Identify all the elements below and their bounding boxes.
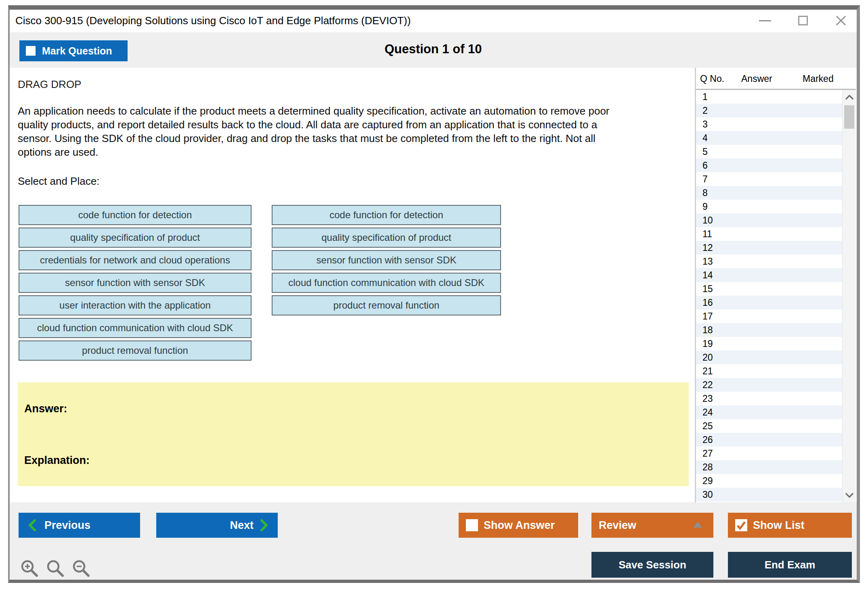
chevron-down-icon <box>845 493 854 498</box>
drag-option[interactable]: code function for detection <box>19 205 252 225</box>
question-list-row[interactable]: 21 <box>696 364 842 378</box>
chevron-right-icon <box>260 519 269 532</box>
question-list-row[interactable]: 28 <box>696 460 842 474</box>
question-list-row[interactable]: 11 <box>696 227 842 241</box>
drop-target-list: code function for detectionquality speci… <box>272 205 501 318</box>
question-list-row[interactable]: 27 <box>696 447 842 460</box>
triangle-up-icon <box>693 522 702 528</box>
next-label: Next <box>230 519 254 532</box>
question-list-row[interactable]: 24 <box>696 405 842 419</box>
maximize-icon <box>798 16 808 25</box>
maximize-button[interactable] <box>795 12 811 29</box>
chevron-up-icon <box>845 95 854 100</box>
question-list-row[interactable]: 3 <box>696 117 842 131</box>
question-counter: Question 1 of 10 <box>10 42 857 56</box>
explanation-label: Explanation: <box>24 454 90 467</box>
question-text: An application needs to calculate if the… <box>18 104 700 159</box>
column-header-qno: Q No. <box>700 73 724 84</box>
question-list-row[interactable]: 25 <box>696 419 842 433</box>
question-list-header: Q No. Answer Marked <box>696 68 856 89</box>
answer-label: Answer: <box>24 403 67 415</box>
question-list-row[interactable]: 5 <box>696 145 842 159</box>
drag-option[interactable]: product removal function <box>19 340 252 361</box>
minimize-icon <box>759 20 771 21</box>
question-list-row[interactable]: 12 <box>696 241 842 255</box>
question-type-label: DRAG DROP <box>18 78 81 91</box>
drop-option[interactable]: sensor function with sensor SDK <box>272 250 501 270</box>
scroll-down-button[interactable] <box>843 489 856 501</box>
question-list-row[interactable]: 9 <box>696 200 842 213</box>
drag-option[interactable]: cloud function communication with cloud … <box>19 318 252 338</box>
previous-label: Previous <box>44 519 90 532</box>
close-button[interactable] <box>832 12 849 29</box>
scroll-up-button[interactable] <box>843 91 856 104</box>
drag-option[interactable]: sensor function with sensor SDK <box>19 273 252 293</box>
question-list-rows: 1234567891011121314151617181920212223242… <box>696 90 842 502</box>
answer-panel: Answer: Explanation: <box>18 382 689 486</box>
question-list-row[interactable]: 23 <box>696 392 842 405</box>
close-icon <box>834 14 847 27</box>
review-button[interactable]: Review <box>591 513 713 538</box>
drop-option[interactable]: code function for detection <box>272 205 501 225</box>
scrollbar-track[interactable] <box>842 90 856 502</box>
window-title: Cisco 300-915 (Developing Solutions usin… <box>15 15 411 27</box>
question-list-row[interactable]: 2 <box>696 104 842 117</box>
question-list-row[interactable]: 30 <box>696 488 842 501</box>
column-header-marked: Marked <box>803 73 834 84</box>
question-list-row[interactable]: 10 <box>696 213 842 227</box>
show-answer-checkbox[interactable] <box>466 519 478 531</box>
save-session-button[interactable]: Save Session <box>591 552 713 578</box>
question-list-row[interactable]: 16 <box>696 296 842 309</box>
minimize-button[interactable] <box>757 12 774 29</box>
end-exam-button[interactable]: End Exam <box>728 552 852 578</box>
drop-option[interactable]: cloud function communication with cloud … <box>272 273 501 293</box>
question-list-row[interactable]: 13 <box>696 255 842 268</box>
end-exam-label: End Exam <box>765 559 816 571</box>
question-list-panel: Q No. Answer Marked 12345678910111213141… <box>696 68 856 502</box>
question-list-row[interactable]: 1 <box>696 90 842 104</box>
question-list-row[interactable]: 18 <box>696 323 842 337</box>
drag-option[interactable]: quality specification of product <box>19 228 252 248</box>
drop-option[interactable]: product removal function <box>272 295 501 315</box>
question-list-row[interactable]: 7 <box>696 172 842 186</box>
save-session-label: Save Session <box>619 559 686 571</box>
question-list-row[interactable]: 8 <box>696 186 842 200</box>
review-label: Review <box>599 519 636 532</box>
question-list-row[interactable]: 15 <box>696 282 842 296</box>
drag-option[interactable]: credentials for network and cloud operat… <box>19 250 252 270</box>
question-list-row[interactable]: 4 <box>696 131 842 145</box>
question-list-row[interactable]: 22 <box>696 378 842 392</box>
show-list-checkbox[interactable] <box>735 519 747 531</box>
select-and-place-label: Select and Place: <box>18 175 99 188</box>
zoom-out-icon[interactable] <box>71 558 91 578</box>
window-controls <box>757 12 849 29</box>
show-list-label: Show List <box>753 519 805 532</box>
previous-button[interactable]: Previous <box>19 513 140 538</box>
show-answer-button[interactable]: Show Answer <box>459 513 578 538</box>
show-list-button[interactable]: Show List <box>728 513 852 538</box>
question-list-row[interactable]: 29 <box>696 474 842 488</box>
title-bar: Cisco 300-915 (Developing Solutions usin… <box>10 10 857 32</box>
question-list-row[interactable]: 26 <box>696 433 842 447</box>
scrollbar-thumb[interactable] <box>844 105 854 129</box>
question-list-row[interactable]: 17 <box>696 309 842 323</box>
chevron-left-icon <box>27 519 36 532</box>
app-window: Cisco 300-915 (Developing Solutions usin… <box>8 5 860 583</box>
check-icon <box>736 520 746 530</box>
question-list-row[interactable]: 14 <box>696 268 842 282</box>
question-list-row[interactable]: 19 <box>696 337 842 351</box>
drag-option[interactable]: user interaction with the application <box>19 295 252 315</box>
question-list-row[interactable]: 20 <box>696 351 842 364</box>
question-list-row[interactable]: 6 <box>696 159 842 172</box>
drag-source-list: code function for detectionquality speci… <box>19 205 252 363</box>
zoom-in-icon[interactable] <box>19 558 40 578</box>
magnifier-icon[interactable] <box>45 558 65 578</box>
show-answer-label: Show Answer <box>484 519 555 532</box>
column-header-answer: Answer <box>741 73 772 84</box>
drop-option[interactable]: quality specification of product <box>272 228 501 248</box>
next-button[interactable]: Next <box>156 513 278 538</box>
zoom-toolbar <box>19 558 91 578</box>
